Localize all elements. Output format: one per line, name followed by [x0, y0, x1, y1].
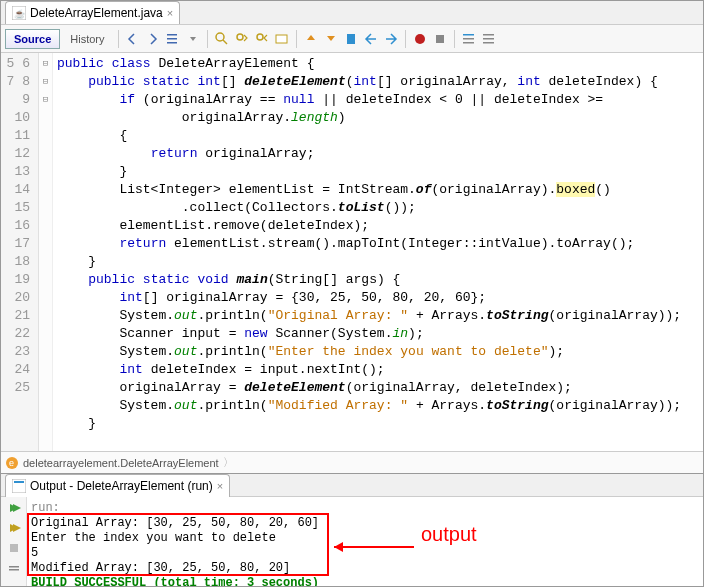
- svg-text:☕: ☕: [14, 8, 26, 20]
- file-tab-label: DeleteArrayElement.java: [30, 6, 163, 20]
- svg-rect-3: [167, 38, 177, 40]
- svg-rect-13: [463, 38, 474, 40]
- svg-rect-9: [347, 34, 355, 44]
- svg-rect-2: [167, 34, 177, 36]
- output-sidebar: [1, 497, 27, 587]
- nav-forward-icon[interactable]: [144, 30, 162, 48]
- highlight-icon[interactable]: [273, 30, 291, 48]
- svg-rect-4: [167, 42, 177, 44]
- rerun-icon[interactable]: [5, 499, 23, 517]
- comment-icon[interactable]: [460, 30, 478, 48]
- output-line: Enter the index you want to delete: [31, 531, 276, 545]
- start-macro-icon[interactable]: [411, 30, 429, 48]
- shift-right-icon[interactable]: [382, 30, 400, 48]
- fold-gutter[interactable]: ⊟ ⊟ ⊟: [39, 53, 53, 451]
- output-icon: [12, 479, 26, 493]
- output-panel: run: Original Array: [30, 25, 50, 80, 20…: [1, 497, 703, 587]
- file-tab[interactable]: ☕ DeleteArrayElement.java ×: [5, 1, 180, 24]
- output-line: Modified Array: [30, 25, 50, 80, 20]: [31, 561, 290, 575]
- breadcrumb-label: deletearrayelement.DeleteArrayElement: [23, 457, 219, 469]
- output-tab-label: Output - DeleteArrayElement (run): [30, 479, 213, 493]
- svg-rect-23: [9, 566, 19, 568]
- source-tab[interactable]: Source: [5, 29, 60, 49]
- output-run-line: run:: [31, 501, 60, 515]
- rerun2-icon[interactable]: [5, 519, 23, 537]
- svg-rect-16: [483, 38, 494, 40]
- annotation-label: output: [421, 527, 477, 542]
- stop-icon[interactable]: [5, 539, 23, 557]
- stop-macro-icon[interactable]: [431, 30, 449, 48]
- find-next-icon[interactable]: [253, 30, 271, 48]
- line-number-gutter: 5 6 7 8 9 10 11 12 13 14 15 16 17 18 19 …: [1, 53, 39, 451]
- annotation-arrow-icon: [329, 537, 419, 557]
- close-icon[interactable]: ×: [217, 480, 223, 492]
- editor-toolbar: Source History: [1, 25, 703, 53]
- separator: [405, 30, 406, 48]
- output-line: 5: [31, 546, 38, 560]
- output-tab-bar: Output - DeleteArrayElement (run) ×: [1, 473, 703, 497]
- next-bookmark-icon[interactable]: [322, 30, 340, 48]
- code-editor[interactable]: 5 6 7 8 9 10 11 12 13 14 15 16 17 18 19 …: [1, 53, 703, 451]
- class-icon: e: [5, 456, 19, 470]
- svg-rect-21: [14, 481, 24, 483]
- list-icon[interactable]: [164, 30, 182, 48]
- find-selection-icon[interactable]: [213, 30, 231, 48]
- separator: [296, 30, 297, 48]
- find-prev-icon[interactable]: [233, 30, 251, 48]
- svg-rect-17: [483, 42, 494, 44]
- svg-rect-15: [483, 34, 494, 36]
- svg-point-7: [257, 34, 263, 40]
- svg-rect-14: [463, 42, 474, 44]
- svg-rect-24: [9, 569, 19, 571]
- output-tab[interactable]: Output - DeleteArrayElement (run) ×: [5, 474, 230, 497]
- dropdown-icon[interactable]: [184, 30, 202, 48]
- breadcrumb[interactable]: e deletearrayelement.DeleteArrayElement …: [1, 451, 703, 473]
- uncomment-icon[interactable]: [480, 30, 498, 48]
- svg-point-5: [216, 33, 224, 41]
- settings-icon[interactable]: [5, 559, 23, 577]
- nav-back-icon[interactable]: [124, 30, 142, 48]
- output-build-line: BUILD SUCCESSFUL (total time: 3 seconds): [31, 576, 319, 587]
- output-content[interactable]: run: Original Array: [30, 25, 50, 80, 20…: [27, 497, 703, 587]
- separator: [207, 30, 208, 48]
- svg-point-6: [237, 34, 243, 40]
- toggle-bookmark-icon[interactable]: [342, 30, 360, 48]
- code-content[interactable]: public class DeleteArrayElement { public…: [53, 53, 703, 451]
- svg-rect-8: [276, 35, 287, 43]
- svg-rect-11: [436, 35, 444, 43]
- close-icon[interactable]: ×: [167, 7, 173, 19]
- svg-rect-12: [463, 34, 474, 36]
- file-tab-bar: ☕ DeleteArrayElement.java ×: [1, 1, 703, 25]
- svg-rect-22: [10, 544, 18, 552]
- chevron-right-icon: 〉: [223, 455, 234, 470]
- svg-text:e: e: [9, 458, 14, 468]
- java-file-icon: ☕: [12, 6, 26, 20]
- separator: [118, 30, 119, 48]
- history-tab[interactable]: History: [62, 30, 112, 48]
- output-line: Original Array: [30, 25, 50, 80, 20, 60]: [31, 516, 319, 530]
- svg-point-10: [415, 34, 425, 44]
- separator: [454, 30, 455, 48]
- prev-bookmark-icon[interactable]: [302, 30, 320, 48]
- shift-left-icon[interactable]: [362, 30, 380, 48]
